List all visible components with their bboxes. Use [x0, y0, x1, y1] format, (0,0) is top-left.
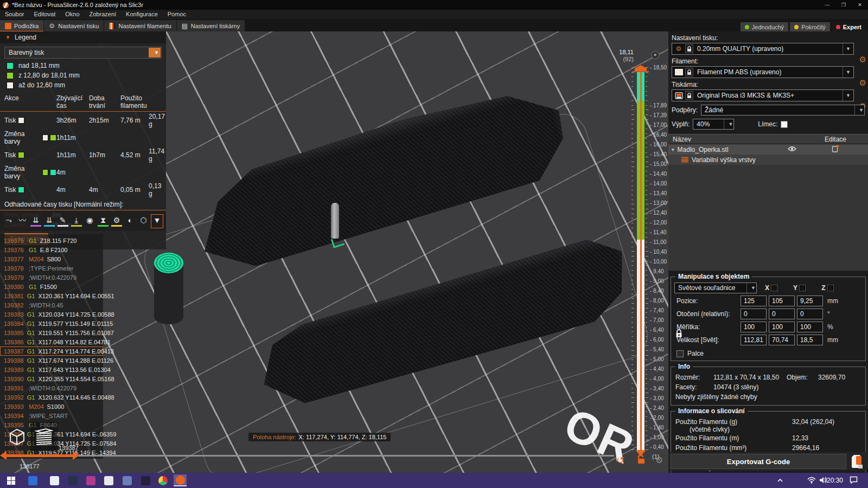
wipe-icon[interactable]: 〰: [16, 214, 29, 228]
seams-icon[interactable]: ✎: [56, 214, 69, 228]
taskbar-pink-app[interactable]: [84, 474, 97, 486]
chevron-down-icon[interactable]: ▼: [843, 90, 853, 101]
měřítka-z-field[interactable]: 100: [797, 322, 823, 332]
taskbar-start[interactable]: [4, 474, 17, 486]
shells-icon[interactable]: ⬡: [137, 214, 150, 228]
gcode-line[interactable]: 139379;WIDTH:0.422079: [0, 273, 103, 282]
edit-object-icon[interactable]: [803, 145, 868, 154]
otočenírelativní-x-field[interactable]: 0: [741, 309, 767, 319]
chevron-down-icon[interactable]: ▼: [843, 67, 853, 78]
layer-slider-thumb[interactable]: [635, 65, 647, 71]
minimize-button[interactable]: —: [819, 0, 835, 10]
velikostsvět-y-field[interactable]: 70,74: [769, 335, 795, 345]
inches-checkbox[interactable]: [676, 350, 684, 357]
sd-card-icon[interactable]: [850, 454, 864, 469]
mode-expert[interactable]: Expert: [832, 22, 866, 31]
měřítka-x-field[interactable]: 100: [741, 322, 767, 332]
otočenírelativní-z-field[interactable]: 0: [797, 309, 823, 319]
slider-settings-gear-icon[interactable]: ⚙: [655, 455, 663, 465]
infill-dropdown[interactable]: 40% ▼: [693, 119, 734, 130]
3d-viewport[interactable]: OR ▼ Legend Barevný tisk ▼ nad 18,11 mmz…: [0, 31, 668, 473]
gcode-line[interactable]: 139390G1X120.355 Y114.554 E.05168: [0, 374, 103, 383]
collapse-chevron-icon[interactable]: ▾: [672, 147, 674, 152]
variable-layer-height-row[interactable]: Variabilní výška vrstvy: [668, 155, 868, 165]
tray-chevron-icon[interactable]: [777, 476, 783, 486]
mode-pokročilý[interactable]: Pokročilý: [790, 22, 830, 31]
gcode-line[interactable]: 139392G1X120.632 Y114.645 E.00488: [0, 393, 103, 402]
taskbar-shield-app[interactable]: [102, 474, 115, 486]
gcode-line[interactable]: 139386G1X117.048 Y114.82 E.04781: [0, 337, 103, 346]
clock[interactable]: 20:30: [827, 477, 843, 484]
custom-gcodes-icon[interactable]: ⚙: [111, 214, 123, 228]
supports-dropdown[interactable]: Žádné ▼: [701, 105, 865, 115]
gcode-line[interactable]: 139376G1E.8 F2100: [0, 245, 103, 254]
tab-nastaven-tisku[interactable]: ⚙Nastavení tisku: [44, 20, 104, 31]
print-settings-gear-icon[interactable]: ⚙: [859, 55, 866, 65]
taskbar-terminal-app[interactable]: [139, 474, 152, 486]
3d-view-button[interactable]: [3, 422, 30, 451]
gcode-line[interactable]: 139388G1X117.674 Y114.288 E.01126: [0, 356, 103, 365]
gcode-line[interactable]: 139394;WIPE_START: [0, 411, 103, 420]
pozice-x-field[interactable]: 125: [741, 296, 767, 306]
view-mode-dropdown[interactable]: Barevný tisk ▼: [4, 47, 162, 59]
gcode-line[interactable]: 139375G1Z18.115 F720: [0, 236, 103, 245]
axis-toggle[interactable]: [771, 285, 777, 291]
mode-jednoduchý[interactable]: Jednoduchý: [741, 22, 788, 31]
gcode-line[interactable]: 139384G1X119.577 Y115.149 E.01115: [0, 319, 103, 328]
unlock-icon[interactable]: [637, 454, 646, 466]
pause-prints-icon[interactable]: ⧗: [97, 214, 110, 228]
gcode-line[interactable]: 139382;WIDTH:0.45: [0, 300, 103, 310]
taskbar-notepad-app[interactable]: [48, 474, 61, 486]
velikostsvět-z-field[interactable]: 18,5: [797, 335, 823, 345]
gcode-line[interactable]: 139377M204S800: [0, 254, 103, 264]
gcode-move-slider[interactable]: [5, 455, 614, 457]
menu-konfigurace[interactable]: Konfigurace: [121, 10, 163, 19]
axis-toggle[interactable]: [800, 285, 805, 291]
axis-toggle[interactable]: [828, 285, 833, 291]
menu-zobrazení[interactable]: Zobrazení: [85, 10, 122, 19]
wipe-tower[interactable]: [154, 253, 183, 324]
retractions-icon[interactable]: ⇊: [30, 214, 42, 228]
menu-editovat[interactable]: Editovat: [29, 10, 60, 19]
gcode-line[interactable]: 139383G1X120.034 Y114.725 E.00588: [0, 310, 103, 319]
taskbar-save-app[interactable]: [26, 474, 39, 486]
hslider-right-thumb[interactable]: [73, 451, 79, 460]
remove-color-change-icon[interactable]: ✕: [651, 51, 659, 59]
print-settings-dropdown[interactable]: ⚙ 0.20mm QUALITY (upraveno) ▼: [672, 43, 854, 55]
taskbar-prusaslicer[interactable]: [174, 474, 187, 486]
tab-nastaven-filamentu[interactable]: Nastavení filamentu: [104, 20, 176, 31]
gcode-line[interactable]: 139380G1F1500: [0, 282, 103, 291]
filament-dropdown[interactable]: Filament PM ABS (upraveno) ▼: [672, 66, 854, 78]
coordinates-dropdown[interactable]: Světové souřadnice ▼: [674, 282, 757, 293]
brim-checkbox[interactable]: [781, 121, 788, 128]
gcode-line[interactable]: 139387G1X117.274 Y114.774 E.00413: [0, 346, 103, 356]
gcode-line[interactable]: 139393M204S1000: [0, 402, 103, 411]
export-gcode-button[interactable]: Exportovat G-code: [671, 454, 846, 469]
pozice-y-field[interactable]: 105: [769, 296, 795, 306]
gcode-line[interactable]: 139391;WIDTH:0.422079: [0, 383, 103, 393]
taskbar-mail-app[interactable]: [120, 474, 133, 486]
chevron-down-icon[interactable]: ▼: [843, 43, 853, 54]
layer-slider[interactable]: - 18,50- 17,89- 17,39- 17,00- 16,40- 16,…: [613, 31, 668, 473]
gcode-line[interactable]: 139378;TYPE:Perimeter: [0, 264, 103, 273]
eye-icon[interactable]: [781, 146, 803, 153]
maximize-button[interactable]: ❐: [835, 0, 852, 10]
pozice-z-field[interactable]: 9,25: [797, 296, 823, 306]
center-of-gravity-icon[interactable]: ◐: [124, 214, 136, 228]
gcode-line[interactable]: 139389G1X117.643 Y113.56 E.01304: [0, 365, 103, 374]
layers-view-button[interactable]: [30, 422, 58, 451]
gcode-line[interactable]: 139385G1X119.551 Y115.756 E.01087: [0, 328, 103, 337]
menu-okno[interactable]: Okno: [60, 10, 84, 19]
hslider-left-thumb[interactable]: [0, 451, 7, 460]
menu-pomoc[interactable]: Pomoc: [163, 10, 191, 19]
otočenírelativní-y-field[interactable]: 0: [769, 309, 795, 319]
volume-icon[interactable]: [819, 476, 827, 486]
close-button[interactable]: ✕: [852, 0, 868, 10]
printer-dropdown[interactable]: Original Prusa i3 MK3S & MK3S+ ▼: [672, 89, 854, 101]
collapse-triangle-icon[interactable]: ▼: [5, 35, 10, 40]
deretractions-icon[interactable]: ⇊: [43, 214, 55, 228]
color-changes-icon[interactable]: ◉: [84, 214, 96, 228]
object-row[interactable]: ▾ Madlo_Operka.stl: [668, 144, 868, 155]
tool-marker-icon[interactable]: ▼: [151, 214, 163, 228]
měřítka-y-field[interactable]: 100: [769, 322, 795, 332]
